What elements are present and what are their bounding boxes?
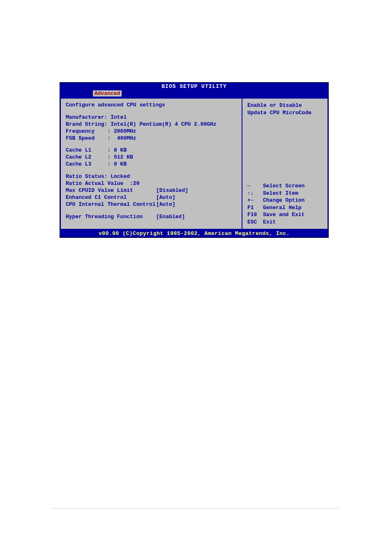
nav-hints: ↔Select Screen ↑↓Select Item +-Change Op… <box>247 150 323 226</box>
cache-l1-line: Cache L1 : 8 KB <box>66 147 237 154</box>
nav-desc: Select Screen <box>263 183 304 189</box>
nav-key-esc: ESC <box>247 219 263 226</box>
section-header: Configure advanced CPU settings <box>66 102 237 109</box>
setting-value[interactable]: [Auto] <box>156 194 175 201</box>
setting-row[interactable]: CPU Internal Thermal Control [Auto] <box>66 201 237 208</box>
setting-row[interactable]: Hyper Threading Function [Enabled] <box>66 214 237 221</box>
nav-desc: Exit <box>263 219 276 225</box>
help-line: Update CPU MicroCode <box>247 109 323 117</box>
help-line: Enable or Disable <box>247 102 323 109</box>
setting-label: CPU Internal Thermal Control <box>66 201 156 208</box>
setting-value[interactable]: [Disabled] <box>156 187 188 194</box>
nav-desc: Save and Exit <box>263 212 304 218</box>
manufacturer-line: Manufacturer: Intel <box>66 114 237 121</box>
cache-l3-line: Cache L3 : 0 KB <box>66 161 237 168</box>
nav-key-f1: F1 <box>247 204 263 212</box>
nav-row: ↔Select Screen <box>247 182 323 190</box>
setting-row[interactable]: Enhanced C1 Control [Auto] <box>66 194 237 201</box>
nav-row: F10Save and Exit <box>247 211 323 219</box>
page-footer-divider <box>51 508 339 509</box>
footer-bar: v00.00 (C)Copyright 1985-2002, American … <box>60 230 328 237</box>
nav-desc: Change Option <box>263 197 304 203</box>
nav-key-plus-minus: +- <box>247 197 263 204</box>
content-area: Configure advanced CPU settings Manufact… <box>60 97 328 230</box>
nav-key-arrows-lr: ↔ <box>247 182 263 190</box>
setting-label: Hyper Threading Function <box>66 214 156 221</box>
help-text: Enable or Disable Update CPU MicroCode <box>247 102 323 116</box>
nav-row: F1General Help <box>247 204 323 212</box>
nav-row: +-Change Option <box>247 197 323 204</box>
left-panel: Configure advanced CPU settings Manufact… <box>60 98 242 230</box>
fsb-line: FSB Speed : 400MHz <box>66 135 237 142</box>
frequency-line: Frequency : 2000MHz <box>66 128 237 135</box>
nav-row: ESCExit <box>247 219 323 226</box>
setting-value[interactable]: [Enabled] <box>156 214 185 221</box>
setting-label: Max CPUID Value Limit <box>66 187 156 194</box>
cache-l2-line: Cache L2 : 512 KB <box>66 154 237 161</box>
bios-window: BIOS SETUP UTILITY Advanced Configure ad… <box>60 82 329 238</box>
ratio-status-line: Ratio Status: Locked <box>66 173 237 180</box>
brand-line: Brand String: Intel(R) Pentium(R) 4 CPU … <box>66 121 237 128</box>
setting-row[interactable]: Max CPUID Value Limit [Disabled] <box>66 187 237 194</box>
title-bar: BIOS SETUP UTILITY <box>60 83 328 90</box>
ratio-actual-line: Ratio Actual Value :20 <box>66 180 237 187</box>
nav-desc: Select Item <box>263 190 298 196</box>
tab-bar: Advanced <box>60 90 328 97</box>
tab-advanced[interactable]: Advanced <box>93 90 122 97</box>
nav-key-arrows-ud: ↑↓ <box>247 190 263 197</box>
setting-value[interactable]: [Auto] <box>156 201 175 208</box>
setting-label: Enhanced C1 Control <box>66 194 156 201</box>
nav-row: ↑↓Select Item <box>247 190 323 197</box>
right-help-panel: Enable or Disable Update CPU MicroCode ↔… <box>242 98 328 230</box>
nav-desc: General Help <box>263 205 302 211</box>
nav-key-f10: F10 <box>247 211 263 219</box>
